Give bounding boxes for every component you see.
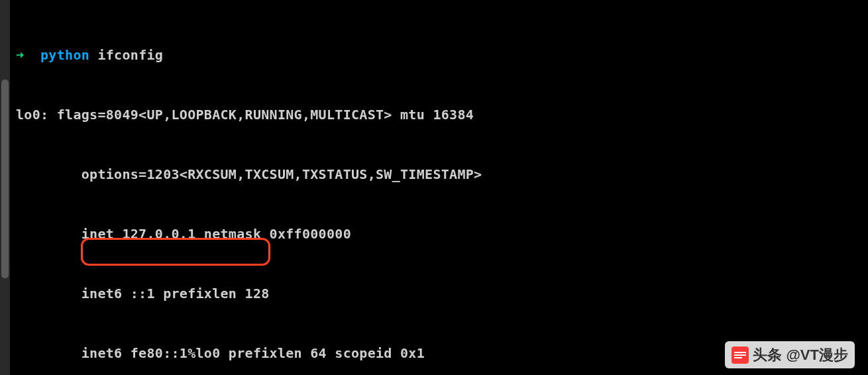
prompt-line: ➜ python ifconfig	[16, 45, 868, 65]
scrollbar-thumb[interactable]	[1, 80, 9, 278]
terminal-output: ➜ python ifconfig lo0: flags=8049<UP,LOO…	[0, 0, 868, 375]
svg-rect-2	[734, 357, 742, 358]
watermark-prefix: 头条	[753, 344, 782, 366]
output-line: inet 127.0.0.1 netmask 0xff000000	[16, 224, 868, 244]
output-line: inet6 ::1 prefixlen 128	[16, 284, 868, 303]
prompt-context: python	[40, 47, 89, 63]
svg-rect-1	[734, 354, 746, 356]
command-text: ifconfig	[97, 47, 163, 63]
prompt-arrow-icon: ➜	[16, 47, 24, 63]
output-line: lo0: flags=8049<UP,LOOPBACK,RUNNING,MULT…	[16, 105, 868, 125]
watermark: 头条 @VT漫步	[725, 341, 855, 368]
scrollbar[interactable]	[0, 0, 10, 375]
output-line: options=1203<RXCSUM,TXCSUM,TXSTATUS,SW_T…	[16, 164, 868, 184]
toutiao-icon	[732, 347, 749, 364]
watermark-author: @VT漫步	[786, 344, 848, 366]
svg-rect-0	[734, 352, 746, 353]
